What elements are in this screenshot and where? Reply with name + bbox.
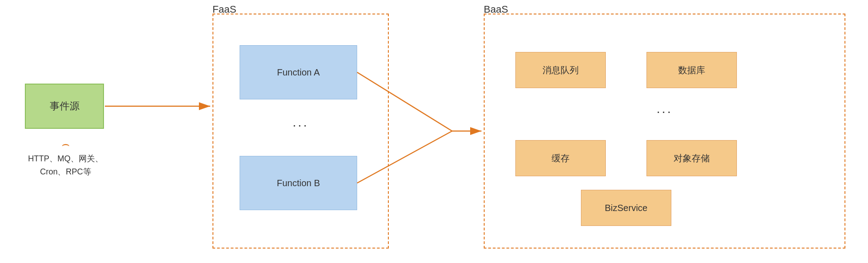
faas-dots: ... — [212, 115, 389, 130]
function-b-label: Function B — [277, 178, 320, 188]
diagram-container: 事件源 ⌢ HTTP、MQ、网关、Cron、RPC等 FaaS Function… — [0, 0, 868, 263]
event-source-description: HTTP、MQ、网关、Cron、RPC等 — [9, 152, 122, 178]
object-storage-label: 对象存储 — [674, 152, 710, 164]
biz-service-box: BizService — [581, 190, 671, 226]
cache-label: 缓存 — [552, 152, 570, 164]
object-storage-box: 对象存储 — [646, 140, 737, 176]
function-a-label: Function A — [277, 67, 320, 78]
function-a-box: Function A — [240, 45, 357, 99]
database-box: 数据库 — [646, 52, 737, 88]
cache-box: 缓存 — [515, 140, 606, 176]
event-source-label: 事件源 — [50, 99, 80, 113]
msg-queue-box: 消息队列 — [515, 52, 606, 88]
baas-dots: ... — [484, 102, 845, 116]
event-source-box: 事件源 — [25, 84, 104, 129]
brace-symbol: ⌢ — [9, 138, 122, 150]
function-b-box: Function B — [240, 156, 357, 210]
msg-queue-label: 消息队列 — [542, 64, 579, 76]
database-label: 数据库 — [678, 64, 705, 76]
event-source-subtitle: ⌢ HTTP、MQ、网关、Cron、RPC等 — [9, 138, 122, 178]
biz-service-label: BizService — [605, 203, 647, 213]
